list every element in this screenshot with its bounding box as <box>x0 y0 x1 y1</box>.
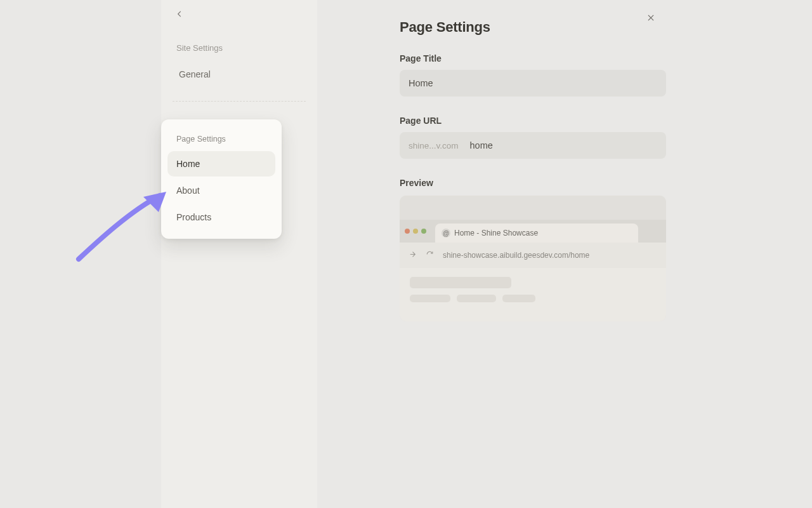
preview-tabbar: @ Home - Shine Showcase <box>400 220 666 243</box>
close-button[interactable] <box>645 11 657 24</box>
page-title-input[interactable] <box>400 70 666 97</box>
site-settings-label: Site Settings <box>176 43 302 53</box>
page-title-label: Page Title <box>400 53 730 64</box>
forward-icon <box>409 250 417 260</box>
preview-body <box>400 268 666 321</box>
window-controls <box>405 229 433 234</box>
settings-sidebar: Site Settings General <box>161 0 317 508</box>
skeleton-block <box>410 295 450 302</box>
sidebar-item-general[interactable]: General <box>170 62 308 87</box>
preview-tab: @ Home - Shine Showcase <box>435 224 638 243</box>
annotation-arrow <box>74 190 169 264</box>
preview-tab-title: Home - Shine Showcase <box>454 229 538 237</box>
sidebar-header <box>161 0 317 30</box>
window-close-dot <box>405 229 410 234</box>
page-settings-card: Page Settings Home About Products <box>161 119 282 239</box>
page-title-group: Page Title <box>400 53 730 97</box>
preview-addressbar: shine-showcase.aibuild.geesdev.com/home <box>400 243 666 268</box>
sidebar-divider <box>173 101 306 102</box>
site-settings-section: Site Settings <box>161 30 317 57</box>
close-icon <box>646 13 655 22</box>
chevron-left-icon <box>175 10 184 18</box>
skeleton-block <box>502 295 535 302</box>
page-url-prefix: shine...v.com <box>400 132 468 159</box>
preview-titlebar <box>400 196 666 220</box>
page-item-products[interactable]: Products <box>167 204 275 230</box>
preview-label: Preview <box>400 178 730 188</box>
reload-icon <box>426 250 434 260</box>
window-minimize-dot <box>413 229 418 234</box>
page-url-label: Page URL <box>400 116 730 126</box>
preview-frame: @ Home - Shine Showcase shine-showcase.a… <box>400 196 666 321</box>
main-panel: Page Settings Page Title Page URL shine.… <box>317 0 812 508</box>
window-zoom-dot <box>421 229 426 234</box>
at-icon: @ <box>442 229 450 237</box>
skeleton-block <box>410 277 511 288</box>
page-settings-label: Page Settings <box>167 131 275 151</box>
preview-url-text: shine-showcase.aibuild.geesdev.com/home <box>443 251 657 260</box>
page-url-input[interactable] <box>468 132 666 159</box>
page-url-group: Page URL shine...v.com <box>400 116 730 159</box>
back-button[interactable] <box>175 10 184 21</box>
preview-new-tab <box>638 224 661 243</box>
page-item-home[interactable]: Home <box>167 151 275 177</box>
skeleton-block <box>457 295 496 302</box>
page-heading: Page Settings <box>400 19 730 36</box>
page-item-about[interactable]: About <box>167 178 275 203</box>
page-url-row: shine...v.com <box>400 132 666 159</box>
